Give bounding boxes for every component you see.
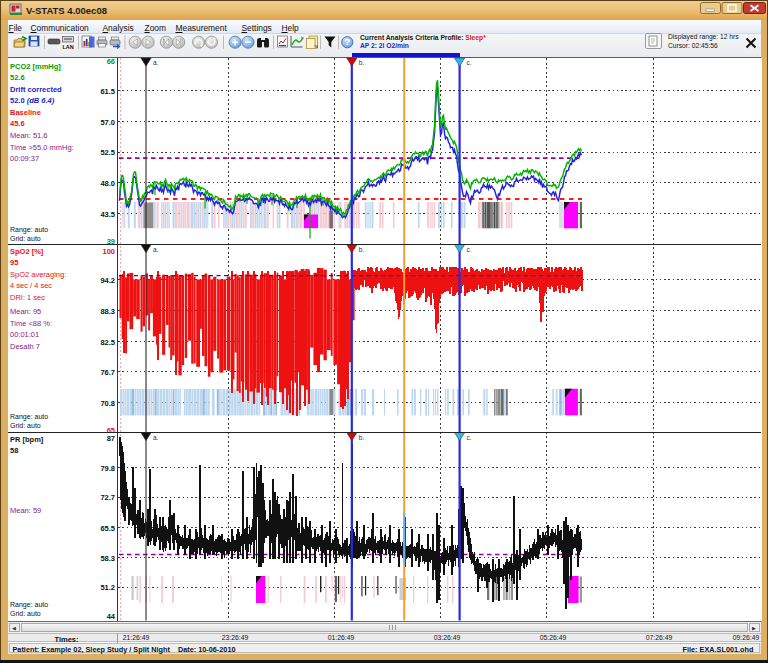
- svg-text:b.: b.: [359, 59, 365, 66]
- svg-text:LAN: LAN: [62, 44, 73, 50]
- svg-text:b.: b.: [359, 434, 365, 441]
- svg-text:a.: a.: [153, 59, 159, 66]
- svg-text:c.: c.: [467, 59, 472, 66]
- svg-text:?: ?: [344, 36, 350, 47]
- svg-text:a.: a.: [153, 246, 159, 253]
- svg-text:b.: b.: [359, 246, 365, 253]
- svg-text:c.: c.: [467, 434, 472, 441]
- svg-text:a.: a.: [153, 434, 159, 441]
- svg-text:c.: c.: [467, 246, 472, 253]
